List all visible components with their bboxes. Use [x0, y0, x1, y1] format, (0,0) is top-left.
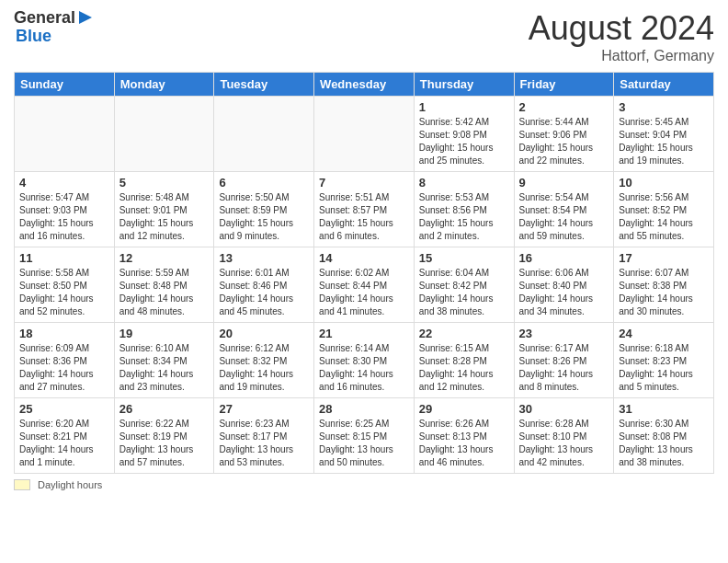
- day-number: 27: [219, 402, 309, 416]
- day-number: 26: [119, 402, 210, 416]
- calendar-cell-w2-d3: 6Sunrise: 5:50 AM Sunset: 8:59 PM Daylig…: [214, 172, 314, 247]
- page-header: General Blue August 2024 Hattorf, German…: [14, 9, 714, 64]
- day-info: Sunrise: 5:45 AM Sunset: 9:04 PM Dayligh…: [619, 116, 709, 167]
- calendar-cell-w1-d7: 3Sunrise: 5:45 AM Sunset: 9:04 PM Daylig…: [614, 97, 714, 172]
- calendar-week-1: 1Sunrise: 5:42 AM Sunset: 9:08 PM Daylig…: [15, 97, 714, 172]
- day-number: 20: [219, 327, 309, 340]
- calendar-cell-w2-d6: 9Sunrise: 5:54 AM Sunset: 8:54 PM Daylig…: [514, 172, 614, 247]
- col-tuesday: Tuesday: [214, 73, 314, 97]
- day-info: Sunrise: 6:22 AM Sunset: 8:19 PM Dayligh…: [119, 418, 210, 469]
- day-number: 4: [19, 176, 109, 190]
- day-info: Sunrise: 6:30 AM Sunset: 8:08 PM Dayligh…: [619, 418, 709, 469]
- daylight-legend-box: [14, 479, 30, 490]
- day-info: Sunrise: 6:14 AM Sunset: 8:30 PM Dayligh…: [319, 342, 409, 394]
- calendar-cell-w3-d3: 13Sunrise: 6:01 AM Sunset: 8:46 PM Dayli…: [214, 247, 314, 323]
- calendar-cell-w1-d6: 2Sunrise: 5:44 AM Sunset: 9:06 PM Daylig…: [514, 97, 614, 172]
- calendar-cell-w4-d4: 21Sunrise: 6:14 AM Sunset: 8:30 PM Dayli…: [314, 323, 415, 398]
- page-container: General Blue August 2024 Hattorf, German…: [0, 0, 728, 500]
- day-number: 28: [319, 402, 409, 416]
- day-number: 2: [519, 100, 609, 114]
- logo-arrow-icon: [77, 9, 94, 26]
- day-info: Sunrise: 6:18 AM Sunset: 8:23 PM Dayligh…: [619, 342, 709, 394]
- day-number: 21: [319, 327, 409, 340]
- day-info: Sunrise: 6:15 AM Sunset: 8:28 PM Dayligh…: [419, 342, 509, 394]
- calendar-cell-w4-d6: 23Sunrise: 6:17 AM Sunset: 8:26 PM Dayli…: [514, 323, 614, 398]
- calendar-cell-w5-d1: 25Sunrise: 6:20 AM Sunset: 8:21 PM Dayli…: [15, 398, 115, 474]
- calendar-week-4: 18Sunrise: 6:09 AM Sunset: 8:36 PM Dayli…: [15, 323, 714, 398]
- day-info: Sunrise: 6:25 AM Sunset: 8:15 PM Dayligh…: [319, 418, 409, 469]
- calendar-footer: Daylight hours: [14, 479, 714, 490]
- calendar-week-3: 11Sunrise: 5:58 AM Sunset: 8:50 PM Dayli…: [15, 247, 714, 323]
- day-info: Sunrise: 5:53 AM Sunset: 8:56 PM Dayligh…: [419, 191, 509, 243]
- day-number: 1: [419, 100, 509, 114]
- logo: General Blue: [14, 9, 94, 46]
- day-info: Sunrise: 5:59 AM Sunset: 8:48 PM Dayligh…: [119, 267, 210, 318]
- calendar-cell-w4-d7: 24Sunrise: 6:18 AM Sunset: 8:23 PM Dayli…: [614, 323, 714, 398]
- calendar-cell-w2-d2: 5Sunrise: 5:48 AM Sunset: 9:01 PM Daylig…: [114, 172, 214, 247]
- day-number: 12: [119, 251, 210, 265]
- day-number: 3: [619, 100, 709, 114]
- col-saturday: Saturday: [614, 73, 714, 97]
- calendar-cell-w2-d4: 7Sunrise: 5:51 AM Sunset: 8:57 PM Daylig…: [314, 172, 415, 247]
- location-subtitle: Hattorf, Germany: [529, 48, 714, 64]
- day-number: 16: [519, 251, 609, 265]
- day-number: 17: [619, 251, 709, 265]
- calendar-cell-w5-d7: 31Sunrise: 6:30 AM Sunset: 8:08 PM Dayli…: [614, 398, 714, 474]
- day-info: Sunrise: 6:02 AM Sunset: 8:44 PM Dayligh…: [319, 267, 409, 318]
- calendar-cell-w4-d1: 18Sunrise: 6:09 AM Sunset: 8:36 PM Dayli…: [15, 323, 115, 398]
- day-number: 24: [619, 327, 709, 340]
- calendar-cell-w3-d7: 17Sunrise: 6:07 AM Sunset: 8:38 PM Dayli…: [614, 247, 714, 323]
- calendar-cell-w1-d5: 1Sunrise: 5:42 AM Sunset: 9:08 PM Daylig…: [414, 97, 514, 172]
- day-info: Sunrise: 6:20 AM Sunset: 8:21 PM Dayligh…: [19, 418, 109, 469]
- calendar-cell-w4-d5: 22Sunrise: 6:15 AM Sunset: 8:28 PM Dayli…: [414, 323, 514, 398]
- col-sunday: Sunday: [15, 73, 115, 97]
- calendar-cell-w4-d3: 20Sunrise: 6:12 AM Sunset: 8:32 PM Dayli…: [214, 323, 314, 398]
- day-number: 7: [319, 176, 409, 190]
- daylight-legend-label: Daylight hours: [38, 479, 102, 490]
- day-info: Sunrise: 6:23 AM Sunset: 8:17 PM Dayligh…: [219, 418, 309, 469]
- calendar-cell-w5-d6: 30Sunrise: 6:28 AM Sunset: 8:10 PM Dayli…: [514, 398, 614, 474]
- calendar-cell-w5-d3: 27Sunrise: 6:23 AM Sunset: 8:17 PM Dayli…: [214, 398, 314, 474]
- day-info: Sunrise: 6:26 AM Sunset: 8:13 PM Dayligh…: [419, 418, 509, 469]
- calendar-week-2: 4Sunrise: 5:47 AM Sunset: 9:03 PM Daylig…: [15, 172, 714, 247]
- calendar-table: Sunday Monday Tuesday Wednesday Thursday…: [14, 72, 714, 474]
- calendar-header-row: Sunday Monday Tuesday Wednesday Thursday…: [15, 73, 714, 97]
- day-info: Sunrise: 6:12 AM Sunset: 8:32 PM Dayligh…: [219, 342, 309, 394]
- calendar-cell-w1-d1: [15, 97, 115, 172]
- day-info: Sunrise: 5:56 AM Sunset: 8:52 PM Dayligh…: [619, 191, 709, 243]
- calendar-cell-w5-d5: 29Sunrise: 6:26 AM Sunset: 8:13 PM Dayli…: [414, 398, 514, 474]
- col-monday: Monday: [114, 73, 214, 97]
- day-info: Sunrise: 6:28 AM Sunset: 8:10 PM Dayligh…: [519, 418, 609, 469]
- day-info: Sunrise: 6:09 AM Sunset: 8:36 PM Dayligh…: [19, 342, 109, 394]
- calendar-cell-w3-d4: 14Sunrise: 6:02 AM Sunset: 8:44 PM Dayli…: [314, 247, 415, 323]
- calendar-cell-w5-d4: 28Sunrise: 6:25 AM Sunset: 8:15 PM Dayli…: [314, 398, 415, 474]
- calendar-cell-w1-d2: [114, 97, 214, 172]
- day-info: Sunrise: 6:17 AM Sunset: 8:26 PM Dayligh…: [519, 342, 609, 394]
- day-number: 5: [119, 176, 210, 190]
- day-number: 14: [319, 251, 409, 265]
- calendar-cell-w1-d4: [314, 97, 415, 172]
- day-number: 19: [119, 327, 210, 340]
- day-number: 13: [219, 251, 309, 265]
- day-info: Sunrise: 5:47 AM Sunset: 9:03 PM Dayligh…: [19, 191, 109, 243]
- day-info: Sunrise: 6:04 AM Sunset: 8:42 PM Dayligh…: [419, 267, 509, 318]
- logo-general-text: General: [14, 9, 75, 28]
- day-number: 11: [19, 251, 109, 265]
- day-number: 15: [419, 251, 509, 265]
- day-number: 25: [19, 402, 109, 416]
- day-number: 22: [419, 327, 509, 340]
- day-info: Sunrise: 6:10 AM Sunset: 8:34 PM Dayligh…: [119, 342, 210, 394]
- day-info: Sunrise: 5:42 AM Sunset: 9:08 PM Dayligh…: [419, 116, 509, 167]
- day-info: Sunrise: 6:07 AM Sunset: 8:38 PM Dayligh…: [619, 267, 709, 318]
- day-info: Sunrise: 5:51 AM Sunset: 8:57 PM Dayligh…: [319, 191, 409, 243]
- day-info: Sunrise: 6:06 AM Sunset: 8:40 PM Dayligh…: [519, 267, 609, 318]
- month-year-title: August 2024: [529, 9, 714, 48]
- day-info: Sunrise: 5:44 AM Sunset: 9:06 PM Dayligh…: [519, 116, 609, 167]
- day-number: 23: [519, 327, 609, 340]
- calendar-cell-w2-d5: 8Sunrise: 5:53 AM Sunset: 8:56 PM Daylig…: [414, 172, 514, 247]
- calendar-cell-w4-d2: 19Sunrise: 6:10 AM Sunset: 8:34 PM Dayli…: [114, 323, 214, 398]
- day-number: 30: [519, 402, 609, 416]
- calendar-cell-w3-d1: 11Sunrise: 5:58 AM Sunset: 8:50 PM Dayli…: [15, 247, 115, 323]
- calendar-cell-w5-d2: 26Sunrise: 6:22 AM Sunset: 8:19 PM Dayli…: [114, 398, 214, 474]
- day-number: 8: [419, 176, 509, 190]
